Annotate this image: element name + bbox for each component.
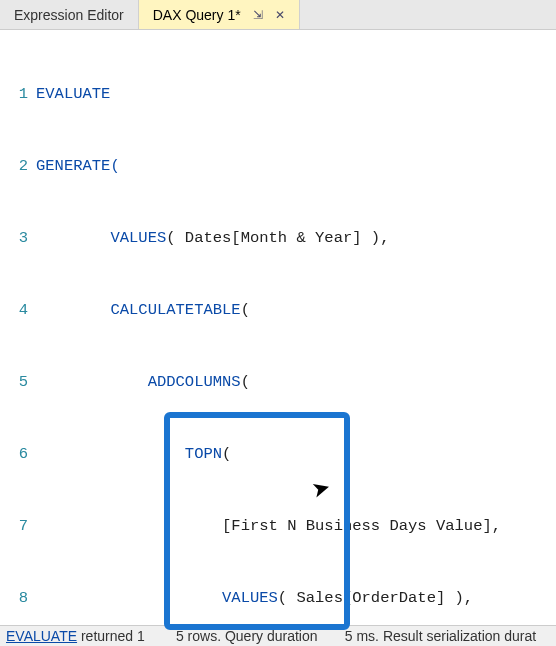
code-token: (	[222, 445, 231, 463]
line-gutter: 4	[0, 298, 36, 322]
code-token	[36, 373, 148, 391]
code-token: [First N Business Days Value],	[36, 517, 501, 535]
tab-label: Expression Editor	[14, 7, 124, 23]
line-gutter: 8	[0, 586, 36, 610]
line-gutter: 7	[0, 514, 36, 538]
code-token: VALUES	[110, 229, 166, 247]
status-bar: EVALUATE returned 1 5 rows. Query durati…	[0, 625, 556, 646]
code-token: GENERATE(	[36, 157, 120, 175]
code-token	[36, 229, 110, 247]
line-gutter: 5	[0, 370, 36, 394]
status-text: 5 ms. Result serialization durat	[345, 628, 536, 644]
code-token: VALUES	[222, 589, 278, 607]
code-token: ( Dates[Month & Year] ),	[166, 229, 389, 247]
code-token: ADDCOLUMNS	[148, 373, 241, 391]
code-editor[interactable]: 1EVALUATE 2GENERATE( 3 VALUES( Dates[Mon…	[0, 30, 556, 646]
code-token: CALCULATETABLE	[110, 301, 240, 319]
code-token: TOPN	[185, 445, 222, 463]
tab-expression-editor[interactable]: Expression Editor	[0, 0, 139, 29]
close-icon[interactable]: ✕	[275, 8, 285, 22]
status-link[interactable]: EVALUATE	[6, 628, 77, 644]
tab-dax-query[interactable]: DAX Query 1* ⇲ ✕	[139, 0, 300, 29]
code-token	[36, 445, 185, 463]
tab-bar: Expression Editor DAX Query 1* ⇲ ✕	[0, 0, 556, 30]
pin-icon[interactable]: ⇲	[253, 8, 263, 22]
line-gutter: 1	[0, 82, 36, 106]
status-text: returned 1	[77, 628, 145, 644]
code-token: (	[241, 301, 250, 319]
line-gutter: 6	[0, 442, 36, 466]
code-token: (	[241, 373, 250, 391]
code-token	[36, 301, 110, 319]
line-gutter: 2	[0, 154, 36, 178]
status-text: 5 rows. Query duration	[176, 628, 318, 644]
code-token: ( Sales[OrderDate] ),	[278, 589, 473, 607]
line-gutter: 3	[0, 226, 36, 250]
code-token: EVALUATE	[36, 85, 110, 103]
tab-label: DAX Query 1*	[153, 7, 241, 23]
code-token	[36, 589, 222, 607]
